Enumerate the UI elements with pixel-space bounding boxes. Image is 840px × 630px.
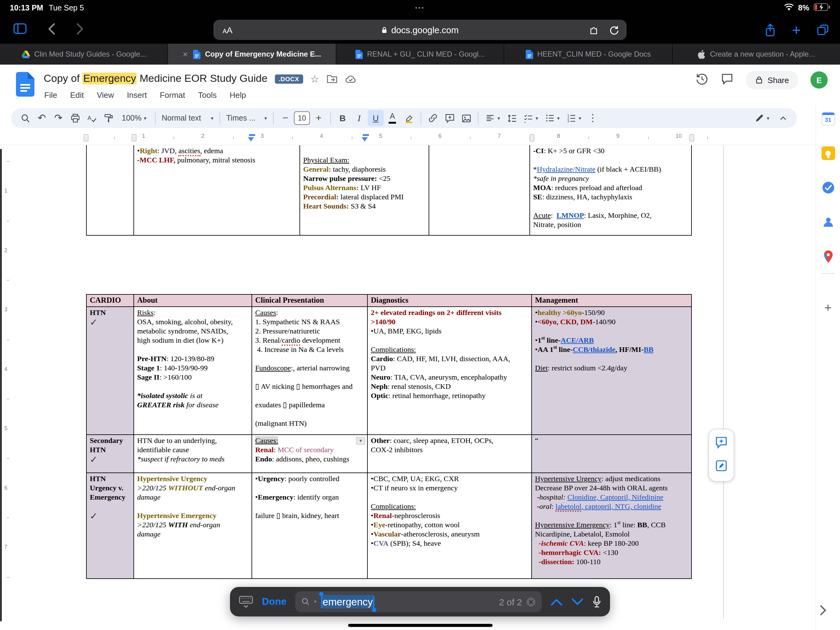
print-icon[interactable] [67, 110, 83, 126]
home-indicator[interactable] [348, 624, 493, 627]
cell-empty-left[interactable] [86, 145, 134, 236]
cloud-status-icon[interactable] [345, 74, 357, 83]
menu-tools[interactable]: Tools [198, 90, 217, 100]
spellcheck-icon[interactable]: A [84, 110, 99, 126]
header-clinical[interactable]: Clinical Presentation [252, 294, 368, 307]
add-comment-icon[interactable] [442, 110, 458, 126]
add-comment-button[interactable] [715, 435, 728, 451]
cell-secondary-about[interactable]: HTN due to an underlying,identifiable ca… [134, 435, 252, 473]
horizontal-ruler[interactable]: 12345678910 [0, 130, 815, 145]
underline-button[interactable]: U [368, 110, 384, 126]
forward-icon[interactable] [76, 22, 84, 37]
clear-search-icon[interactable] [526, 597, 536, 607]
address-bar[interactable]: AA docs.google.com [213, 20, 627, 40]
cell-htn-urgency-emergency[interactable]: HTNUrgency v.Emergency ✓ [86, 473, 134, 579]
more-options-icon[interactable]: ⋮ [585, 110, 601, 126]
new-tab-icon[interactable]: + [792, 22, 801, 37]
right-indent-bar-marker[interactable] [363, 134, 369, 136]
move-folder-icon[interactable] [327, 74, 338, 83]
account-avatar[interactable]: E [810, 71, 828, 89]
menu-edit[interactable]: Edit [70, 90, 84, 100]
edit-suggestion-button[interactable] [715, 459, 728, 475]
header-management[interactable]: Management [532, 294, 692, 307]
header-cardio[interactable]: CARDIO [86, 294, 134, 307]
table-column-grip-icon[interactable] [132, 134, 136, 141]
extensions-icon[interactable] [589, 25, 599, 35]
comments-icon[interactable] [721, 72, 734, 88]
dismiss-keyboard-icon[interactable] [238, 595, 253, 608]
cell-secondary-clinical[interactable]: Causes:Renal: MCC of secondaryEndo: addi… [252, 435, 368, 473]
cell-physical-exam[interactable]: Physical Exam:General: tachy, diaphoresi… [300, 145, 429, 236]
selection-handle-end[interactable] [373, 596, 374, 608]
previous-match-icon[interactable] [550, 598, 563, 606]
font-select[interactable]: Times ...▾ [224, 110, 269, 126]
search-icon[interactable] [17, 110, 33, 126]
search-options-chevron-icon[interactable]: ▾ [314, 599, 316, 604]
cell-secondary-diagnostics[interactable]: Other: coarc, sleep apnea, ETOH, OCPs,CO… [368, 435, 532, 473]
dictation-mic-icon[interactable] [592, 595, 602, 608]
bold-button[interactable]: B [335, 110, 351, 126]
bulleted-list-select[interactable]: ▾ [542, 110, 563, 126]
cell-urgency-diagnostics[interactable]: •CBC, CMP, UA; EKG, CXR•CT if neuro sx i… [368, 473, 532, 579]
contacts-icon[interactable] [821, 215, 835, 229]
tasks-icon[interactable] [821, 181, 835, 195]
redo-icon[interactable]: ↷ [51, 110, 66, 126]
tab-3[interactable]: RENAL + GU_ CLIN MED - Googl... [336, 44, 504, 65]
expand-panel-icon[interactable] [819, 604, 827, 619]
cell-htn-diagnostics[interactable]: 2+ elevated readings on 2+ different vis… [368, 307, 532, 435]
table-column-grip-icon[interactable] [84, 134, 88, 141]
tab-5[interactable]: Create a new question - Apple... [673, 44, 840, 65]
first-line-indent-marker[interactable] [249, 134, 255, 136]
table-dropdown-icon[interactable]: ▾ [356, 437, 365, 445]
insert-link-icon[interactable] [425, 110, 441, 126]
star-icon[interactable]: ☆ [310, 73, 319, 85]
selection-handle-start[interactable] [321, 596, 322, 608]
tabs-overview-icon[interactable] [816, 24, 829, 36]
checklist-select[interactable]: ▾ [520, 110, 541, 126]
tab-close-icon[interactable]: × [183, 49, 188, 59]
menu-insert[interactable]: Insert [127, 90, 147, 100]
header-diagnostics[interactable]: Diagnostics [368, 294, 532, 307]
insert-image-icon[interactable] [458, 110, 474, 126]
keep-icon[interactable] [821, 146, 835, 160]
share-button[interactable]: Share [746, 71, 798, 89]
paragraph-style-select[interactable]: Normal text▾ [159, 110, 216, 126]
document-title[interactable]: Copy of Emergency Medicine EOR Study Gui… [44, 73, 267, 85]
menu-help[interactable]: Help [230, 90, 246, 100]
cell-htn[interactable]: HTN✓ [86, 307, 134, 435]
selected-query[interactable]: emergency [321, 596, 374, 608]
table-column-grip-icon[interactable] [689, 134, 694, 141]
text-color-button[interactable]: A [384, 110, 400, 126]
line-spacing-icon[interactable] [504, 110, 519, 126]
highlight-color-button[interactable] [401, 110, 417, 126]
editing-mode-button[interactable]: ▾ [750, 110, 774, 126]
cell-secondary-management[interactable]: “ [532, 435, 692, 473]
add-app-icon[interactable]: + [824, 301, 831, 315]
menu-format[interactable]: Format [160, 90, 185, 100]
find-input[interactable]: ▾ emergency 2 of 2 [295, 591, 542, 612]
numbered-list-select[interactable]: 123▾ [563, 110, 584, 126]
header-about[interactable]: About [134, 294, 252, 307]
find-query-text[interactable]: emergency [321, 595, 374, 608]
italic-button[interactable]: I [351, 110, 367, 126]
menu-view[interactable]: View [97, 90, 114, 100]
increase-font-size-button[interactable]: + [311, 110, 327, 126]
zoom-select[interactable]: 100%▾ [117, 110, 151, 126]
undo-icon[interactable]: ↶ [34, 110, 50, 126]
version-history-icon[interactable] [696, 72, 709, 88]
tab-4[interactable]: HEENT_CLIN MED - Google Docs [504, 44, 672, 65]
vertical-ruler[interactable]: 1234567 [0, 145, 16, 630]
menu-file[interactable]: File [44, 90, 57, 100]
cell-urgency-clinical[interactable]: •Urgency: poorly controlled •Emergency: … [252, 473, 368, 579]
cell-htn-clinical[interactable]: Causes:1. Sympathetic NS & RAAS2. Pressu… [252, 307, 368, 435]
cell-empty-mid[interactable] [429, 145, 530, 236]
maps-icon[interactable] [822, 250, 834, 263]
table-column-grip-icon[interactable] [529, 134, 534, 141]
google-docs-logo[interactable] [16, 72, 35, 99]
cell-htn-about[interactable]: Risks:OSA, smoking, alcohol, obesity,met… [134, 307, 252, 435]
reload-icon[interactable] [609, 24, 619, 35]
left-indent-marker[interactable] [248, 137, 254, 141]
next-match-icon[interactable] [571, 598, 584, 606]
share-icon[interactable] [764, 23, 776, 36]
cell-urgency-about[interactable]: Hypertensive Urgency>220/125 WITHOUT end… [134, 473, 252, 579]
